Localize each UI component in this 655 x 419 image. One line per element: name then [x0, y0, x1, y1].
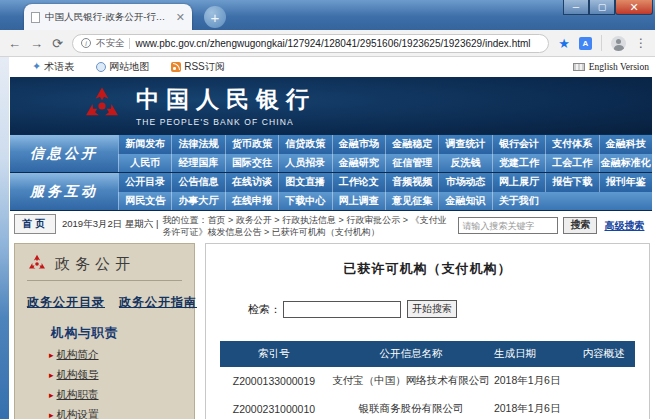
nav-item[interactable]: 征信管理: [385, 154, 438, 173]
record-date: 2018年1月6日: [494, 395, 573, 419]
start-search-button[interactable]: 开始搜索: [407, 300, 457, 318]
nav-item[interactable]: 工会工作: [545, 154, 598, 173]
glossary-link[interactable]: ✦ 术语表: [32, 60, 74, 74]
nav-row: 新闻发布法律法规货币政策信贷政策金融市场金融稳定调查统计银行会计支付体系金融科技: [118, 135, 652, 154]
page-title: 已获许可机构（支付机构）: [220, 260, 635, 278]
nav-item[interactable]: 货币政策: [225, 135, 278, 154]
nav-item[interactable]: 图文直播: [278, 173, 331, 192]
list-search-row: 检索： 开始搜索: [248, 300, 635, 318]
nav-item[interactable]: 工作论文: [332, 173, 385, 192]
bookmark-star-icon[interactable]: ★: [558, 36, 570, 51]
breadcrumb[interactable]: 我的位置：首页 > 政务公开 > 行政执法信息 > 行政审批公示 > 《支付业务…: [162, 215, 454, 238]
sidebar-item[interactable]: ▸机构设置: [49, 408, 182, 419]
url-text[interactable]: www.pbc.gov.cn/zhengwugongkai/127924/128…: [135, 38, 530, 49]
sitemap-link[interactable]: 网站地图: [96, 60, 149, 74]
nav-item[interactable]: 意见征集: [385, 192, 438, 211]
nav-item[interactable]: 银行会计: [492, 135, 545, 154]
maximize-button[interactable]: ▢: [589, 0, 615, 15]
nav-item[interactable]: 国际交往: [225, 154, 278, 173]
nav-item[interactable]: 金融科技: [599, 135, 652, 154]
arrow-icon: ▸: [49, 350, 54, 360]
nav-item[interactable]: 金融市场: [332, 135, 385, 154]
sidebar-top-links: 政务公开目录政务公开指南: [27, 294, 182, 311]
sidebar-item[interactable]: ▸机构职责: [49, 388, 182, 402]
nav-item[interactable]: 网上调查: [332, 192, 385, 211]
nav-item[interactable]: 人民币: [118, 154, 171, 173]
nav-item[interactable]: 人员招录: [278, 154, 331, 173]
rss-link[interactable]: RSS订阅: [171, 60, 225, 74]
list-search-input[interactable]: [283, 301, 401, 318]
info-icon[interactable]: i: [81, 38, 91, 48]
nav-item[interactable]: 网上展厅: [492, 173, 545, 192]
advanced-search-link[interactable]: 高级搜索: [604, 219, 644, 233]
nav-item[interactable]: 报告下载: [545, 173, 598, 192]
sidebar-link[interactable]: 政务公开指南: [119, 294, 197, 311]
address-bar[interactable]: i 不安全 www.pbc.gov.cn/zhengwugongkai/1279…: [72, 34, 549, 53]
back-icon[interactable]: ←: [8, 37, 21, 50]
minimize-button[interactable]: ─: [563, 0, 589, 15]
nav-row: 公开目录公告信息在线访谈图文直播工作论文音频视频市场动态网上展厅报告下载报刊年鉴: [118, 173, 652, 192]
nav-item[interactable]: 新闻发布: [118, 135, 171, 154]
sidebar-item-label[interactable]: 机构简介: [57, 348, 99, 360]
translate-icon[interactable]: A: [579, 37, 592, 50]
sidebar-item-label[interactable]: 机构职责: [57, 388, 99, 400]
record-name-link[interactable]: 支付宝（中国）网络技术有限公司: [328, 367, 494, 395]
nav-item[interactable]: 网民文告: [118, 192, 171, 211]
nav-item[interactable]: 反洗钱: [438, 154, 491, 173]
nav-item[interactable]: 在线访谈: [225, 173, 278, 192]
nav-item[interactable]: 公开目录: [118, 173, 171, 192]
nav-item[interactable]: 支付体系: [545, 135, 598, 154]
browser-tab[interactable]: 中国人民银行-政务公开-行政执法 ✕: [24, 4, 192, 30]
nav-item[interactable]: 金融研究: [332, 154, 385, 173]
record-desc: [573, 367, 635, 395]
nav-section-label[interactable]: 服务互动: [10, 173, 118, 210]
sitemap-label: 网站地图: [109, 60, 149, 74]
site-search-input[interactable]: [458, 217, 558, 234]
nav-item[interactable]: 信贷政策: [278, 135, 331, 154]
sidebar-header: 政务公开: [27, 254, 182, 281]
sidebar-item-label[interactable]: 机构领导: [57, 368, 99, 380]
glossary-label: 术语表: [44, 60, 74, 74]
profile-avatar-icon[interactable]: [611, 36, 626, 51]
favicon-icon: [31, 12, 40, 23]
nav-item[interactable]: 办事大厅: [171, 192, 224, 211]
arrow-icon: ▸: [49, 370, 54, 380]
nav-item[interactable]: 金融知识: [438, 192, 491, 211]
nav-item[interactable]: 市场动态: [438, 173, 491, 192]
nav-item[interactable]: 公告信息: [171, 173, 224, 192]
home-button[interactable]: 首页: [14, 214, 56, 234]
nav-item[interactable]: 报刊年鉴: [599, 173, 652, 192]
sidebar-item-label[interactable]: 机构设置: [57, 408, 99, 419]
site-name-en: THE PEOPLE'S BANK OF CHINA: [136, 117, 316, 127]
record-index: Z2000231000010: [220, 395, 328, 419]
new-tab-button[interactable]: +: [204, 6, 226, 28]
nav-item[interactable]: 金融标准化: [599, 154, 652, 173]
nav-item[interactable]: 党建工作: [492, 154, 545, 173]
site-search-button[interactable]: 搜索: [563, 217, 597, 234]
nav-item[interactable]: 法律法规: [171, 135, 224, 154]
reload-icon[interactable]: ⟳: [52, 37, 63, 50]
security-label: 不安全: [96, 37, 125, 50]
tab-close-icon[interactable]: ✕: [176, 12, 185, 23]
nav-section-label[interactable]: 信息公开: [10, 135, 118, 172]
nav-item[interactable]: 经理国库: [171, 154, 224, 173]
nav-item[interactable]: 音频视频: [385, 173, 438, 192]
sidebar-link[interactable]: 政务公开目录: [27, 294, 105, 311]
record-date: 2018年1月6日: [494, 367, 573, 395]
nav-item[interactable]: 关于我们: [492, 192, 545, 211]
english-version-link[interactable]: English Version: [573, 62, 649, 72]
forward-icon[interactable]: →: [30, 37, 43, 50]
list-search-label: 检索：: [248, 302, 281, 317]
nav-item[interactable]: 调查统计: [438, 135, 491, 154]
close-button[interactable]: ✕: [615, 0, 653, 15]
table-header-cell: 公开信息名称: [328, 341, 494, 367]
sidebar-item[interactable]: ▸机构简介: [49, 348, 182, 362]
nav-item[interactable]: 下载中心: [278, 192, 331, 211]
sidebar-item[interactable]: ▸机构领导: [49, 368, 182, 382]
chrome-menu-icon[interactable]: ⋮: [635, 36, 647, 50]
nav-item[interactable]: 在线申报: [225, 192, 278, 211]
record-name-link[interactable]: 银联商务股份有限公司: [328, 395, 494, 419]
nav-item[interactable]: 金融稳定: [385, 135, 438, 154]
omnibox-divider: [129, 38, 130, 49]
tab-title: 中国人民银行-政务公开-行政执法: [45, 11, 171, 24]
